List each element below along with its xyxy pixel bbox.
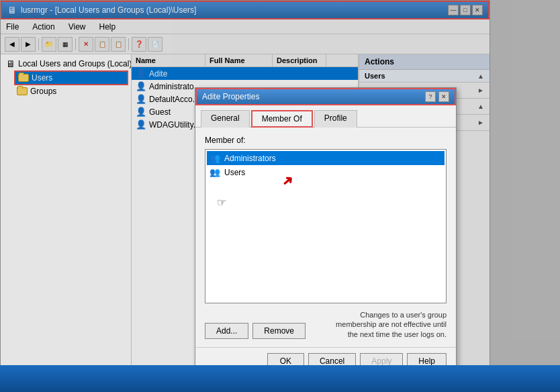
- add-button[interactable]: Add...: [205, 323, 248, 339]
- dialog-overlay: Adite Properties ? ✕ General Member Of P…: [0, 0, 560, 392]
- tab-general[interactable]: General: [201, 110, 250, 128]
- dialog-bottom: Add... Remove Changes to a user's group …: [205, 310, 447, 339]
- member-name-users: Users: [224, 168, 245, 177]
- dialog-content: Member of: 👥 Administrators 👥 Users ➜ ☞: [195, 128, 456, 347]
- dialog-title: Adite Properties: [202, 92, 259, 101]
- member-item-users[interactable]: 👥 Users: [207, 165, 445, 179]
- dialog-help-button[interactable]: ?: [425, 91, 436, 102]
- remove-button[interactable]: Remove: [252, 323, 306, 339]
- dialog-close-button[interactable]: ✕: [438, 91, 449, 102]
- member-list-box[interactable]: 👥 Administrators 👥 Users: [205, 149, 447, 303]
- member-of-label: Member of:: [205, 136, 447, 145]
- member-name-administrators: Administrators: [224, 154, 276, 163]
- group-icon-admin: 👥: [209, 153, 220, 163]
- add-remove-buttons: Add... Remove: [205, 323, 306, 339]
- dialog-note: Changes to a user's group membership are…: [326, 310, 447, 339]
- dialog-tabs: General Member Of Profile: [195, 105, 456, 128]
- group-icon-users: 👥: [209, 167, 220, 177]
- tab-profile[interactable]: Profile: [314, 110, 357, 128]
- cursor-hand: ☞: [217, 196, 226, 209]
- adite-properties-dialog: Adite Properties ? ✕ General Member Of P…: [195, 87, 457, 375]
- dialog-controls: ? ✕: [425, 91, 449, 102]
- taskbar: [0, 365, 560, 392]
- dialog-titlebar: Adite Properties ? ✕: [195, 88, 456, 105]
- tab-member-of[interactable]: Member Of: [251, 110, 313, 128]
- member-item-administrators[interactable]: 👥 Administrators: [207, 151, 445, 165]
